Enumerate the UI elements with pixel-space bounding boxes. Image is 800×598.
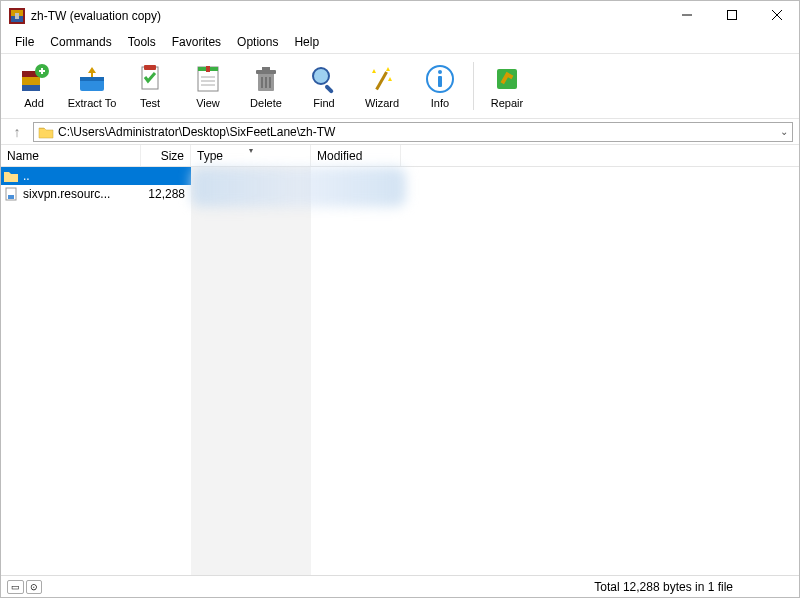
svg-rect-15 — [80, 77, 104, 81]
column-name[interactable]: Name — [1, 145, 141, 166]
delete-icon — [250, 63, 282, 95]
file-name: sixvpn.resourc... — [23, 187, 141, 201]
info-button[interactable]: Info — [411, 57, 469, 115]
svg-point-34 — [438, 70, 442, 74]
svg-rect-35 — [438, 76, 442, 87]
repair-icon — [491, 63, 523, 95]
toolbar: Add Extract To Test View Delete Find Wiz… — [1, 53, 799, 119]
repair-button[interactable]: Repair — [478, 57, 536, 115]
svg-rect-13 — [41, 68, 43, 74]
wizard-icon — [366, 63, 398, 95]
svg-rect-38 — [8, 195, 14, 199]
svg-rect-20 — [206, 66, 210, 72]
folder-up-icon — [3, 168, 19, 184]
blurred-region — [191, 167, 406, 207]
add-icon — [18, 63, 50, 95]
svg-rect-3 — [15, 13, 19, 19]
extract-icon — [76, 63, 108, 95]
app-icon — [9, 8, 25, 24]
svg-rect-5 — [727, 11, 736, 20]
menu-tools[interactable]: Tools — [120, 33, 164, 51]
status-text: Total 12,288 bytes in 1 file — [594, 580, 733, 594]
menu-file[interactable]: File — [7, 33, 42, 51]
find-button[interactable]: Find — [295, 57, 353, 115]
file-name: .. — [23, 169, 141, 183]
svg-rect-32 — [375, 71, 388, 90]
view-icon — [192, 63, 224, 95]
titlebar: zh-TW (evaluation copy) — [1, 1, 799, 31]
menu-options[interactable]: Options — [229, 33, 286, 51]
delete-button[interactable]: Delete — [237, 57, 295, 115]
test-icon — [134, 63, 166, 95]
menu-help[interactable]: Help — [286, 33, 327, 51]
window-controls — [664, 1, 799, 31]
toolbar-separator — [473, 62, 474, 110]
minimize-button[interactable] — [664, 1, 709, 29]
menubar: File Commands Tools Favorites Options He… — [1, 31, 799, 53]
path-combobox[interactable]: ⌄ — [33, 122, 793, 142]
svg-rect-31 — [324, 84, 334, 94]
menu-favorites[interactable]: Favorites — [164, 33, 229, 51]
svg-rect-10 — [22, 85, 40, 91]
test-button[interactable]: Test — [121, 57, 179, 115]
status-lock-icon[interactable]: ⊙ — [26, 580, 42, 594]
column-modified[interactable]: Modified — [311, 145, 401, 166]
window-title: zh-TW (evaluation copy) — [31, 9, 161, 23]
wizard-button[interactable]: Wizard — [353, 57, 411, 115]
file-size: 12,288 — [141, 187, 191, 201]
dropdown-arrow-icon[interactable]: ⌄ — [776, 126, 792, 137]
up-button[interactable]: ↑ — [7, 122, 27, 142]
list-header: Name Size ▾Type Modified — [1, 145, 799, 167]
view-button[interactable]: View — [179, 57, 237, 115]
sort-indicator-icon: ▾ — [249, 146, 253, 155]
maximize-button[interactable] — [709, 1, 754, 29]
close-button[interactable] — [754, 1, 799, 29]
statusbar: ▭ ⊙ Total 12,288 bytes in 1 file — [1, 575, 799, 597]
file-icon — [3, 186, 19, 202]
info-icon — [424, 63, 456, 95]
folder-icon — [38, 125, 54, 139]
status-disk-icon[interactable]: ▭ — [7, 580, 24, 594]
path-input[interactable] — [58, 125, 776, 139]
svg-point-30 — [313, 68, 329, 84]
column-type[interactable]: ▾Type — [191, 145, 311, 166]
find-icon — [308, 63, 340, 95]
menu-commands[interactable]: Commands — [42, 33, 119, 51]
svg-rect-26 — [262, 67, 270, 71]
file-list[interactable]: .. sixvpn.resourc... 12,288 — [1, 167, 799, 575]
add-button[interactable]: Add — [5, 57, 63, 115]
pathbar: ↑ ⌄ — [1, 119, 799, 145]
svg-rect-17 — [144, 65, 156, 70]
column-size[interactable]: Size — [141, 145, 191, 166]
list-item-parent[interactable]: .. — [1, 167, 191, 185]
extract-button[interactable]: Extract To — [63, 57, 121, 115]
